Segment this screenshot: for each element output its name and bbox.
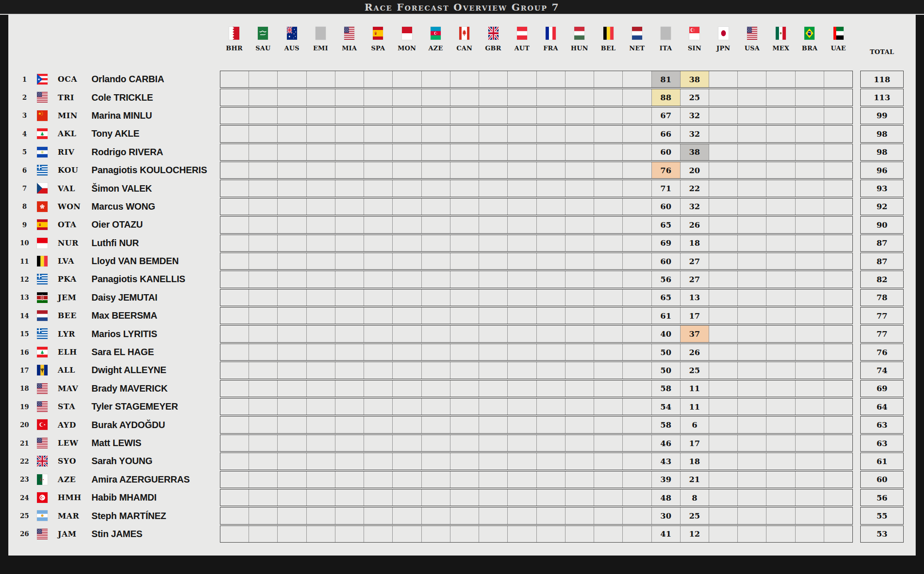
race-cell-net xyxy=(622,417,651,433)
ita-score-cell: 67 xyxy=(651,108,680,124)
race-cell-jpn xyxy=(709,362,737,378)
table-row: 15LYRMarios LYRITIS403777 xyxy=(8,325,916,342)
race-cell-emi xyxy=(306,217,335,233)
race-cell-emi xyxy=(306,344,335,360)
flag-indonesia-icon xyxy=(37,238,48,248)
total-cell: 63 xyxy=(860,416,904,433)
race-cell-gbr xyxy=(479,362,507,378)
race-cell-bhr xyxy=(220,362,249,378)
race-column-header-fra: FRA xyxy=(536,27,565,52)
race-cell-mia xyxy=(335,290,364,306)
race-column-header-aus: AUS xyxy=(278,27,306,52)
race-cell-mex xyxy=(766,471,795,488)
race-cell-aus xyxy=(277,290,306,306)
driver-name: Panagiotis KANELLIS xyxy=(91,271,185,288)
race-cell-can xyxy=(450,308,479,324)
race-cell-jpn xyxy=(709,508,737,524)
sin-score-cell: 25 xyxy=(680,508,709,524)
race-cell-fra xyxy=(536,326,565,342)
flag-usa-icon xyxy=(37,383,48,394)
driver-code: BEE xyxy=(58,307,77,324)
total-cell: 98 xyxy=(860,125,904,142)
race-cell-mex xyxy=(766,235,795,251)
race-cell-aus xyxy=(277,526,306,542)
race-code-label: SIN xyxy=(688,44,701,52)
race-column-header-jpn: JPN xyxy=(709,27,738,52)
race-cell-sau xyxy=(249,471,277,488)
race-cell-uae xyxy=(824,271,852,287)
ita-score-cell: 81 xyxy=(651,71,680,87)
flag-czech-republic-icon xyxy=(37,183,48,193)
flag-algeria-icon xyxy=(37,474,48,485)
race-cell-aus xyxy=(277,362,306,378)
race-cell-can xyxy=(450,217,479,233)
total-cell: 96 xyxy=(860,162,904,179)
sin-score-cell: 20 xyxy=(680,162,709,178)
race-cell-bra xyxy=(795,235,824,251)
race-cell-net xyxy=(622,235,651,251)
race-cell-mon xyxy=(392,108,421,124)
flag-france-icon xyxy=(546,27,556,40)
race-cell-net xyxy=(622,144,651,160)
total-cell: 76 xyxy=(860,344,904,361)
race-cell-usa xyxy=(737,489,766,506)
race-cell-bra xyxy=(795,108,824,124)
race-cell-bel xyxy=(594,308,622,324)
race-cell-fra xyxy=(536,180,565,196)
flag-puerto-rico-icon xyxy=(37,74,48,85)
race-cell-can xyxy=(450,144,479,160)
flag-kenya-icon xyxy=(37,292,48,303)
race-cell-mex xyxy=(766,89,795,105)
race-cell-uae xyxy=(824,180,852,196)
race-cell-hun xyxy=(565,108,594,124)
driver-name: Habib MHAMDI xyxy=(91,489,157,506)
race-cell-jpn xyxy=(709,217,737,233)
flag-usa-icon xyxy=(344,27,354,40)
race-cell-net xyxy=(622,526,651,542)
race-cell-uae xyxy=(824,435,852,451)
driver-code: AYD xyxy=(58,416,76,433)
race-score-grid: 586 xyxy=(220,416,853,433)
race-cell-can xyxy=(450,417,479,433)
total-cell: 92 xyxy=(860,198,904,215)
race-cell-fra xyxy=(536,308,565,324)
driver-name: Sara EL HAGE xyxy=(91,344,154,361)
race-cell-bhr xyxy=(220,344,249,360)
race-cell-bra xyxy=(795,217,824,233)
race-cell-aut xyxy=(507,108,536,124)
driver-name: Luthfi NUR xyxy=(91,235,139,252)
race-cell-sau xyxy=(249,399,277,415)
race-cell-net xyxy=(622,126,651,142)
race-cell-net xyxy=(622,362,651,378)
sin-score-cell: 8 xyxy=(680,489,709,506)
title-bar: Race Forecast Overview Group 7 xyxy=(0,0,924,14)
table-row: 11LVALloyd VAN BEMDEN602787 xyxy=(8,253,916,270)
race-code-label: FRA xyxy=(543,44,558,52)
race-cell-spa xyxy=(364,399,392,415)
race-cell-usa xyxy=(737,144,766,160)
race-cell-jpn xyxy=(709,162,737,178)
race-cell-bra xyxy=(795,144,824,160)
race-cell-bel xyxy=(594,290,622,306)
race-column-header-spa: SPA xyxy=(364,27,392,52)
race-cell-uae xyxy=(824,290,852,306)
race-cell-mia xyxy=(335,471,364,488)
race-cell-net xyxy=(622,508,651,524)
race-cell-mia xyxy=(335,344,364,360)
race-cell-jpn xyxy=(709,108,737,124)
flag-spain-icon xyxy=(37,219,48,230)
race-cell-bhr xyxy=(220,235,249,251)
race-cell-net xyxy=(622,71,651,87)
race-cell-spa xyxy=(364,144,392,160)
flag-azerbaijan-icon xyxy=(431,27,441,40)
race-cell-mia xyxy=(335,144,364,160)
table-row: 21LEWMatt LEWIS461763 xyxy=(8,435,916,452)
race-score-grid: 6918 xyxy=(220,235,853,252)
race-cell-jpn xyxy=(709,126,737,142)
driver-name: Dwight ALLEYNE xyxy=(91,362,166,379)
sin-score-cell: 6 xyxy=(680,417,709,433)
race-cell-gbr xyxy=(479,89,507,105)
race-cell-mex xyxy=(766,453,795,469)
race-cell-usa xyxy=(737,71,766,87)
race-cell-sau xyxy=(249,144,277,160)
